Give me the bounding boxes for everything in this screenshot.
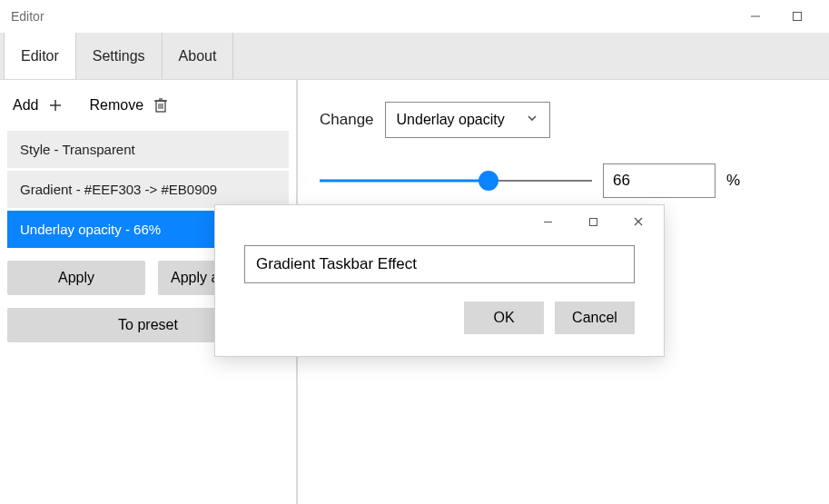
sidebar-toolbar: Add Remove [0, 87, 296, 124]
dialog-maximize-button[interactable] [573, 208, 613, 235]
dialog-close-button[interactable] [618, 208, 658, 235]
tab-bar: Editor Settings About [0, 33, 829, 80]
tab-settings[interactable]: Settings [76, 33, 163, 79]
apply-button[interactable]: Apply [7, 261, 145, 295]
minimize-icon [750, 11, 761, 22]
percent-label: % [726, 172, 740, 190]
change-dropdown[interactable]: Underlay opacity [385, 102, 550, 138]
preset-name-input[interactable] [244, 245, 635, 283]
cancel-button[interactable]: Cancel [555, 301, 635, 334]
window-titlebar: Editor [0, 0, 829, 33]
add-button[interactable]: Add [13, 97, 64, 114]
change-row: Change Underlay opacity [320, 102, 807, 138]
slider-track-empty [489, 180, 592, 182]
chevron-down-icon [526, 112, 538, 128]
dropdown-value: Underlay opacity [397, 112, 505, 128]
preset-name-dialog: OK Cancel [214, 204, 665, 357]
tab-about[interactable]: About [163, 33, 234, 79]
window-minimize-button[interactable] [735, 0, 776, 33]
slider-row: % [320, 163, 807, 198]
window-title: Editor [11, 9, 735, 24]
tab-editor[interactable]: Editor [4, 33, 76, 79]
svg-rect-1 [794, 13, 802, 21]
list-item[interactable]: Style - Transparent [7, 131, 289, 168]
svg-rect-11 [589, 218, 597, 225]
close-icon [633, 216, 644, 227]
remove-button[interactable]: Remove [89, 97, 169, 114]
slider-thumb[interactable] [479, 171, 498, 191]
remove-label: Remove [89, 97, 143, 114]
ok-button[interactable]: OK [464, 301, 544, 334]
dialog-actions: OK Cancel [244, 301, 635, 334]
opacity-input[interactable] [603, 163, 716, 198]
change-label: Change [320, 111, 374, 129]
slider-track-filled [320, 180, 489, 183]
plus-icon [47, 97, 64, 114]
opacity-slider[interactable] [320, 171, 592, 191]
dialog-body: OK Cancel [215, 238, 664, 356]
trash-icon [153, 97, 169, 114]
minimize-icon [543, 217, 553, 227]
add-label: Add [13, 97, 38, 114]
window-maximize-button[interactable] [776, 0, 818, 33]
list-item[interactable]: Gradient - #EEF303 -> #EB0909 [7, 168, 289, 208]
maximize-icon [588, 217, 598, 227]
dialog-titlebar [215, 205, 664, 238]
dialog-minimize-button[interactable] [528, 208, 567, 235]
maximize-icon [792, 11, 803, 22]
